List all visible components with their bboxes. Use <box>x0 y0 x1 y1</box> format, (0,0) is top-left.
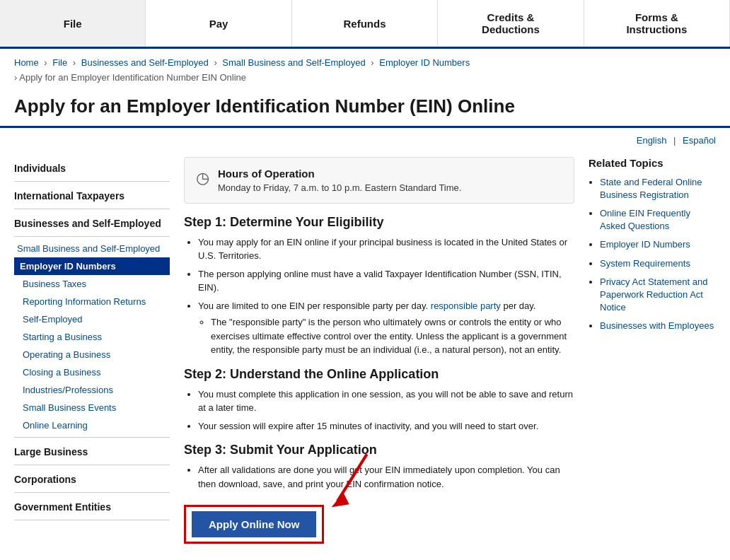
breadcrumb-employer-id[interactable]: Employer ID Numbers <box>379 57 470 68</box>
step2-bullet-1: You must complete this application in on… <box>198 387 574 415</box>
related-link-4: System Requirements <box>600 257 716 270</box>
sidebar-small-business[interactable]: Small Business and Self-Employed <box>14 240 170 257</box>
related-link-6: Businesses with Employees <box>600 320 716 332</box>
hours-text: Monday to Friday, 7 a.m. to 10 p.m. East… <box>218 182 461 193</box>
hours-info: Hours of Operation Monday to Friday, 7 a… <box>218 168 461 193</box>
sidebar-item-individuals[interactable]: Individuals <box>14 157 170 178</box>
related-link-2: Online EIN Frequently Asked Questions <box>600 207 716 233</box>
sidebar-reporting[interactable]: Reporting Information Returns <box>14 293 170 310</box>
related-link-1: State and Federal Online Business Regist… <box>600 176 716 202</box>
sidebar-self-employed[interactable]: Self-Employed <box>14 310 170 328</box>
hours-title: Hours of Operation <box>218 168 461 180</box>
sidebar-online-learning[interactable]: Online Learning <box>14 416 170 434</box>
breadcrumb: Home › File › Businesses and Self-Employ… <box>0 49 730 88</box>
lang-espanol[interactable]: Español <box>683 135 716 146</box>
step3-heading: Step 3: Submit Your Application <box>184 443 574 457</box>
hours-box: ◷ Hours of Operation Monday to Friday, 7… <box>184 157 574 204</box>
clock-icon: ◷ <box>196 169 209 187</box>
sidebar-business-taxes[interactable]: Business Taxes <box>14 275 170 293</box>
step1-sub-bullet: The "responsible party" is the person wh… <box>211 315 574 357</box>
sidebar-divider-3 <box>14 236 170 237</box>
apply-online-button[interactable]: Apply Online Now <box>192 511 316 537</box>
apply-button-section: Apply Online Now <box>184 505 324 544</box>
step3-bullet-1: After all validations are done you will … <box>198 463 574 491</box>
breadcrumb-small-business[interactable]: Small Business and Self-Employed <box>222 57 365 68</box>
lang-english[interactable]: English <box>637 135 667 146</box>
apply-section: Apply Online Now <box>184 498 574 555</box>
nav-credits[interactable]: Credits & Deductions <box>438 0 584 47</box>
sidebar-item-businesses[interactable]: Businesses and Self-Employed <box>14 212 170 233</box>
step1-bullet-3: You are limited to one EIN per responsib… <box>198 299 574 357</box>
step2-bullet-2: Your session will expire after 15 minute… <box>198 419 574 433</box>
related-topics-list: State and Federal Online Business Regist… <box>589 176 716 333</box>
sidebar-divider-7 <box>14 520 170 520</box>
sidebar-item-corporations[interactable]: Corporations <box>14 468 170 489</box>
svg-marker-1 <box>332 493 349 508</box>
sidebar-divider-4 <box>14 437 170 438</box>
sidebar-item-government[interactable]: Government Entities <box>14 496 170 517</box>
step1-bullet-2: The person applying online must have a v… <box>198 267 574 295</box>
sidebar-divider <box>14 181 170 182</box>
step1-list: You may apply for an EIN online if your … <box>184 235 574 357</box>
nav-pay[interactable]: Pay <box>146 0 291 47</box>
breadcrumb-current: › <box>14 72 17 83</box>
main-layout: Individuals International Taxpayers Busi… <box>0 150 730 560</box>
step2-heading: Step 2: Understand the Online Applicatio… <box>184 367 574 382</box>
responsible-party-link[interactable]: responsible party <box>431 301 501 311</box>
breadcrumb-current-text: Apply for an Employer Identification Num… <box>19 72 246 83</box>
sidebar: Individuals International Taxpayers Busi… <box>14 150 170 560</box>
breadcrumb-businesses[interactable]: Businesses and Self-Employed <box>81 57 209 68</box>
step1-heading: Step 1: Determine Your Eligibility <box>184 215 574 230</box>
sidebar-item-international[interactable]: International Taxpayers <box>14 185 170 206</box>
breadcrumb-file[interactable]: File <box>52 57 67 68</box>
related-topics-title: Related Topics <box>589 157 716 169</box>
breadcrumb-home[interactable]: Home <box>14 57 39 68</box>
nav-forms[interactable]: Forms & Instructions <box>584 0 730 47</box>
step1-bullet-1: You may apply for an EIN online if your … <box>198 235 574 263</box>
sidebar-item-large-business[interactable]: Large Business <box>14 441 170 462</box>
main-content: ◷ Hours of Operation Monday to Friday, 7… <box>184 150 574 560</box>
sidebar-divider-6 <box>14 492 170 493</box>
sidebar-divider-5 <box>14 465 170 465</box>
sidebar-employer-id[interactable]: Employer ID Numbers <box>14 257 170 275</box>
related-link-5: Privacy Act Statement and Paperwork Redu… <box>600 276 716 315</box>
sidebar-industries[interactable]: Industries/Professions <box>14 381 170 399</box>
step2-list: You must complete this application in on… <box>184 387 574 433</box>
right-sidebar: Related Topics State and Federal Online … <box>589 150 716 560</box>
nav-file[interactable]: File <box>0 0 146 47</box>
language-selector: English | Español <box>0 128 730 150</box>
nav-refunds[interactable]: Refunds <box>292 0 438 47</box>
sidebar-divider-2 <box>14 209 170 209</box>
step3-list: After all validations are done you will … <box>184 463 574 491</box>
related-link-3: Employer ID Numbers <box>600 238 716 251</box>
page-title: Apply for an Employer Identification Num… <box>0 88 730 128</box>
sidebar-starting[interactable]: Starting a Business <box>14 328 170 346</box>
top-nav: File Pay Refunds Credits & Deductions Fo… <box>0 0 730 49</box>
sidebar-events[interactable]: Small Business Events <box>14 399 170 416</box>
sidebar-operating[interactable]: Operating a Business <box>14 346 170 363</box>
sidebar-closing[interactable]: Closing a Business <box>14 363 170 381</box>
